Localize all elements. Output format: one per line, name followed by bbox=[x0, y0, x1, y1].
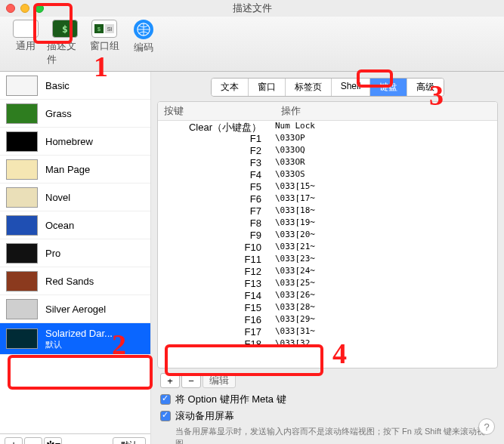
keybinding-rows[interactable]: Clear（小键盘）Num LockF1\033OPF2\033OQF3\033… bbox=[158, 121, 497, 368]
tab-shell[interactable]: Shell bbox=[332, 79, 371, 96]
profile-thumb bbox=[6, 215, 38, 236]
profile-row[interactable]: Pro bbox=[0, 239, 150, 267]
table-row[interactable]: F10\033[21~ bbox=[158, 242, 497, 254]
table-row[interactable]: F18\033[32 bbox=[158, 338, 497, 350]
close-icon[interactable] bbox=[6, 4, 15, 13]
cell-action: \033[25~ bbox=[275, 278, 497, 290]
cell-key: F12 bbox=[158, 266, 275, 278]
cell-action: \033[20~ bbox=[275, 230, 497, 242]
table-row[interactable]: F7\033[18~ bbox=[158, 205, 497, 217]
cell-action: \033[24~ bbox=[275, 266, 497, 278]
table-row[interactable]: F16\033[29~ bbox=[158, 314, 497, 326]
cell-action: \033OP bbox=[275, 133, 497, 145]
profile-row[interactable]: Ocean bbox=[0, 211, 150, 239]
toolbar-general[interactable]: 通用 bbox=[8, 20, 44, 66]
table-row[interactable]: F15\033[28~ bbox=[158, 302, 497, 314]
globe-icon bbox=[134, 20, 153, 39]
cell-action: \033OS bbox=[275, 169, 497, 181]
cell-key: F16 bbox=[158, 314, 275, 326]
table-row[interactable]: F5\033[15~ bbox=[158, 181, 497, 193]
tab-keyboard[interactable]: 键盘 bbox=[370, 79, 407, 96]
tab-advanced[interactable]: 高级 bbox=[407, 79, 444, 96]
profile-row[interactable]: Homebrew bbox=[0, 128, 150, 156]
add-keybinding-button[interactable]: + bbox=[160, 373, 180, 388]
cell-key: F17 bbox=[158, 326, 275, 338]
remove-profile-button[interactable]: − bbox=[24, 437, 42, 444]
profile-list[interactable]: BasicGrassHomebrewMan PageNovelOceanProR… bbox=[0, 72, 150, 433]
help-button[interactable]: ? bbox=[478, 418, 495, 435]
cell-key: F15 bbox=[158, 302, 275, 314]
table-row[interactable]: F9\033[20~ bbox=[158, 230, 497, 242]
profile-name: Solarized Dar...默认 bbox=[45, 328, 113, 350]
table-row[interactable]: Clear（小键盘）Num Lock bbox=[158, 121, 497, 133]
checkbox-scroll-alt[interactable] bbox=[160, 411, 171, 421]
profile-name: Silver Aerogel bbox=[45, 304, 106, 315]
profile-row[interactable]: Novel bbox=[0, 183, 150, 211]
toolbar-window-groups[interactable]: $SI 窗口组 bbox=[86, 20, 122, 66]
table-row[interactable]: F17\033[31~ bbox=[158, 326, 497, 338]
profile-row[interactable]: Solarized Dar...默认 bbox=[0, 323, 150, 355]
toolbar-encoding[interactable]: 编码 bbox=[125, 20, 162, 66]
cell-key: F13 bbox=[158, 278, 275, 290]
profile-row[interactable]: Man Page bbox=[0, 156, 150, 183]
table-row[interactable]: F1\033OP bbox=[158, 133, 497, 145]
cell-action: \033[21~ bbox=[275, 242, 497, 254]
tab-window[interactable]: 窗口 bbox=[249, 79, 286, 96]
cell-key: F7 bbox=[158, 205, 275, 217]
tab-tabpage[interactable]: 标签页 bbox=[286, 79, 332, 96]
add-profile-button[interactable]: + bbox=[5, 437, 23, 444]
table-row[interactable]: F3\033OR bbox=[158, 157, 497, 169]
cell-key: F11 bbox=[158, 254, 275, 266]
profile-thumb bbox=[6, 299, 38, 319]
sidebar-footer: + − ✻▾ 默认 bbox=[0, 433, 150, 444]
cell-key: F18 bbox=[158, 338, 275, 350]
cell-action: \033[28~ bbox=[275, 302, 497, 314]
zoom-icon[interactable] bbox=[35, 4, 44, 13]
edit-keybinding-button[interactable]: 编辑 bbox=[203, 373, 236, 388]
table-row[interactable]: F6\033[17~ bbox=[158, 193, 497, 205]
profile-thumb bbox=[6, 76, 38, 96]
table-row[interactable]: F11\033[23~ bbox=[158, 254, 497, 266]
col-action: 操作 bbox=[275, 102, 497, 120]
general-icon bbox=[13, 20, 39, 38]
profile-name: Basic bbox=[45, 80, 70, 91]
profile-row[interactable]: Silver Aerogel bbox=[0, 295, 150, 323]
option-meta-row[interactable]: 将 Option 键用作 Meta 键 bbox=[160, 393, 495, 406]
table-row[interactable]: F4\033OS bbox=[158, 169, 497, 181]
minimize-icon[interactable] bbox=[20, 4, 29, 13]
toolbar-profiles[interactable]: 描述文件 bbox=[47, 20, 83, 66]
scroll-alt-row[interactable]: 滚动备用屏幕 bbox=[160, 409, 495, 423]
col-key: 按键 bbox=[158, 102, 275, 120]
profile-row[interactable]: Grass bbox=[0, 100, 150, 128]
profile-row[interactable]: Basic bbox=[0, 72, 150, 100]
table-row[interactable]: F2\033OQ bbox=[158, 145, 497, 157]
cell-key: F8 bbox=[158, 217, 275, 230]
cell-key: F1 bbox=[158, 133, 275, 145]
table-row[interactable]: F8\033[19~ bbox=[158, 217, 497, 230]
keybinding-table: 按键 操作 Clear（小键盘）Num LockF1\033OPF2\033OQ… bbox=[157, 101, 498, 368]
table-row[interactable]: F14\033[26~ bbox=[158, 290, 497, 302]
cell-action: \033[17~ bbox=[275, 193, 497, 205]
cell-key: F10 bbox=[158, 242, 275, 254]
table-row[interactable]: F13\033[25~ bbox=[158, 278, 497, 290]
titlebar: 描述文件 bbox=[0, 0, 504, 17]
checkbox-option-meta[interactable] bbox=[160, 394, 171, 405]
cell-action: \033[26~ bbox=[275, 290, 497, 302]
profile-thumb bbox=[6, 187, 38, 208]
profile-actions-button[interactable]: ✻▾ bbox=[44, 437, 62, 444]
window-controls bbox=[6, 4, 44, 13]
cell-key: F9 bbox=[158, 230, 275, 242]
preferences-toolbar: 通用 描述文件 $SI 窗口组 编码 bbox=[0, 17, 504, 72]
tab-text[interactable]: 文本 bbox=[212, 79, 249, 96]
remove-keybinding-button[interactable]: − bbox=[181, 373, 201, 388]
cell-key: Clear（小键盘） bbox=[158, 121, 275, 133]
profile-name: Pro bbox=[45, 248, 60, 259]
cell-action: \033[31~ bbox=[275, 326, 497, 338]
cell-action: \033[23~ bbox=[275, 254, 497, 266]
set-default-button[interactable]: 默认 bbox=[113, 437, 146, 444]
profile-row[interactable]: Red Sands bbox=[0, 267, 150, 295]
profile-thumb bbox=[6, 243, 38, 264]
profile-thumb bbox=[6, 159, 38, 180]
table-row[interactable]: F12\033[24~ bbox=[158, 266, 497, 278]
profile-name: Homebrew bbox=[45, 136, 93, 147]
